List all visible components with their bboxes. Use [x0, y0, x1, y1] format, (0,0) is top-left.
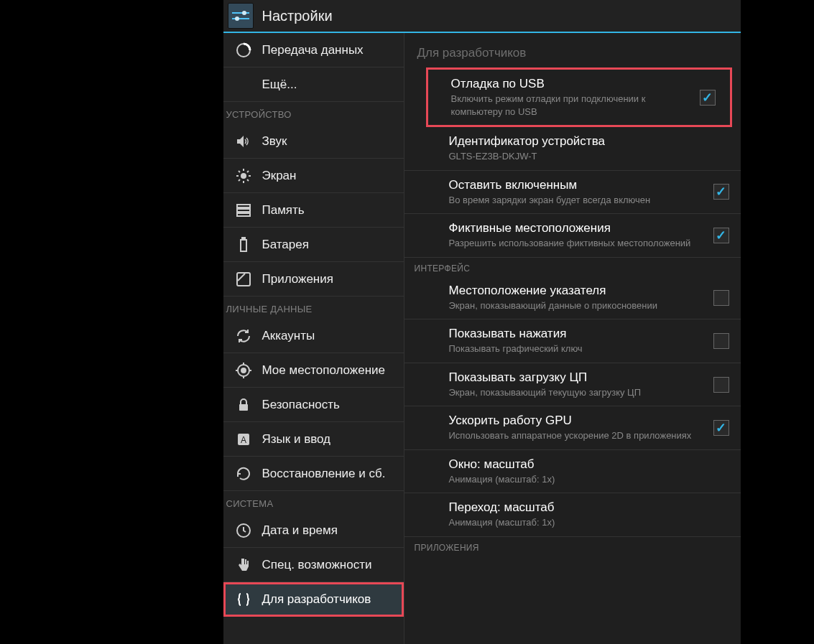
svg-rect-11 [237, 209, 250, 212]
checkbox[interactable] [713, 184, 729, 200]
checkbox[interactable] [713, 420, 729, 436]
sidebar-item-data-usage[interactable]: Передача данных [223, 33, 404, 67]
sidebar-item-developer[interactable]: Для разработчиков [223, 582, 404, 617]
pref-title: Показывать загрузку ЦП [449, 370, 705, 385]
hand-icon [233, 555, 254, 575]
sidebar-item-apps[interactable]: Приложения [223, 262, 404, 297]
pref-title: Отладка по USB [451, 77, 691, 91]
checkbox[interactable] [713, 333, 729, 349]
sidebar-item-label: Мое местоположение [262, 363, 386, 378]
pref-device-id[interactable]: Идентификатор устройства GLTS-EZ3B-DKJW-… [404, 127, 741, 171]
sidebar-item-label: Спец. возможности [262, 558, 372, 572]
page-title: Для разработчиков [404, 33, 741, 67]
settings-sidebar: Передача данных Ещё... УСТРОЙСТВО Звук Э… [223, 33, 404, 644]
checkbox[interactable] [713, 290, 729, 306]
sound-icon [233, 131, 254, 151]
pref-title: Местоположение указателя [449, 284, 705, 298]
pref-category-interface: ИНТЕРФЕЙС [404, 258, 741, 276]
highlight-usb-debugging: Отладка по USB Включить режим отладки пр… [426, 67, 732, 127]
pref-transition-scale[interactable]: Переход: масштаб Анимация (масштаб: 1x) [404, 493, 741, 537]
sync-icon [233, 326, 254, 346]
pref-summary: Анимация (масштаб: 1x) [449, 473, 721, 486]
lock-icon [233, 395, 254, 415]
sidebar-item-backup[interactable]: Восстановление и сб. [223, 457, 404, 491]
svg-line-7 [247, 179, 249, 181]
svg-rect-10 [237, 205, 250, 207]
clock-icon [233, 521, 254, 541]
pref-title: Фиктивные местоположения [449, 221, 705, 235]
sidebar-item-security[interactable]: Безопасность [223, 388, 404, 422]
pref-summary: Во время зарядки экран будет всегда вклю… [449, 194, 705, 207]
sidebar-item-label: Звук [262, 134, 287, 149]
sidebar-category-system: СИСТЕМА [223, 491, 404, 513]
sidebar-item-language[interactable]: A Язык и ввод [223, 422, 404, 457]
sidebar-item-location[interactable]: Мое местоположение [223, 353, 404, 388]
developer-options-pane: Для разработчиков Отладка по USB Включит… [404, 33, 741, 644]
sidebar-item-battery[interactable]: Батарея [223, 228, 404, 262]
sidebar-item-accounts[interactable]: Аккаунты [223, 319, 404, 353]
apps-icon [233, 269, 254, 289]
svg-rect-12 [237, 213, 250, 216]
pref-stay-awake[interactable]: Оставить включенным Во время зарядки экр… [404, 171, 741, 215]
sidebar-item-label: Язык и ввод [262, 432, 331, 447]
sidebar-item-datetime[interactable]: Дата и время [223, 513, 404, 548]
pref-show-cpu[interactable]: Показывать загрузку ЦП Экран, показывающ… [404, 363, 741, 407]
pref-title: Переход: масштаб [449, 500, 721, 515]
settings-icon [228, 3, 254, 29]
pref-summary: Анимация (масштаб: 1x) [449, 516, 721, 529]
pref-pointer-location[interactable]: Местоположение указателя Экран, показыва… [404, 276, 741, 320]
svg-rect-13 [241, 240, 246, 251]
sidebar-item-label: Ещё... [262, 78, 297, 92]
battery-icon [233, 235, 254, 255]
sidebar-item-display[interactable]: Экран [223, 159, 404, 193]
app-header: Настройки [223, 0, 741, 33]
sidebar-item-more[interactable]: Ещё... [223, 67, 404, 102]
pref-title: Идентификатор устройства [449, 134, 721, 149]
pref-title: Показывать нажатия [449, 327, 705, 341]
svg-line-9 [247, 171, 249, 172]
pref-title: Окно: масштаб [449, 457, 721, 472]
pref-summary: Использовать аппаратное ускорение 2D в п… [449, 429, 705, 442]
svg-line-6 [239, 171, 240, 172]
pref-summary: Экран, показывающий текущую загрузку ЦП [449, 386, 705, 399]
checkbox[interactable] [713, 377, 729, 393]
sidebar-item-label: Передача данных [262, 43, 364, 57]
sidebar-item-label: Для разработчиков [262, 592, 371, 607]
settings-window: Настройки Передача данных Ещё... УСТРОЙС… [223, 0, 741, 644]
sidebar-item-sound[interactable]: Звук [223, 124, 404, 159]
pref-summary: Разрешить использование фиктивных местоп… [449, 237, 705, 250]
sidebar-item-accessibility[interactable]: Спец. возможности [223, 548, 404, 582]
pref-usb-debugging[interactable]: Отладка по USB Включить режим отладки пр… [428, 70, 730, 125]
sidebar-item-label: Безопасность [262, 398, 340, 412]
sidebar-item-label: Приложения [262, 272, 333, 286]
sidebar-item-label: Аккаунты [262, 329, 315, 343]
pref-title: Ускорить работу GPU [449, 414, 705, 428]
braces-icon [233, 589, 254, 610]
backup-icon [233, 464, 254, 484]
svg-line-8 [239, 179, 240, 181]
storage-icon [233, 200, 254, 220]
sidebar-category-device: УСТРОЙСТВО [223, 102, 404, 124]
sidebar-item-label: Экран [262, 169, 297, 183]
pref-summary: Показывать графический ключ [449, 342, 705, 355]
sidebar-item-storage[interactable]: Память [223, 193, 404, 228]
data-usage-icon [233, 40, 254, 60]
sidebar-category-personal: ЛИЧНЫЕ ДАННЫЕ [223, 297, 404, 319]
pref-show-touches[interactable]: Показывать нажатия Показывать графически… [404, 319, 741, 363]
checkbox[interactable] [700, 90, 716, 106]
pref-summary: Включить режим отладки при подключении к… [451, 93, 691, 118]
pref-category-apps: ПРИЛОЖЕНИЯ [404, 537, 741, 556]
checkbox[interactable] [713, 228, 729, 243]
app-title: Настройки [262, 8, 333, 24]
pref-summary: Экран, показывающий данные о прикосновен… [449, 299, 705, 312]
pref-force-gpu[interactable]: Ускорить работу GPU Использовать аппарат… [404, 406, 741, 450]
pref-window-scale[interactable]: Окно: масштаб Анимация (масштаб: 1x) [404, 450, 741, 494]
language-icon: A [233, 429, 254, 449]
pref-title: Оставить включенным [449, 178, 705, 192]
sidebar-item-label: Восстановление и сб. [262, 467, 386, 481]
pref-mock-locations[interactable]: Фиктивные местоположения Разрешить испол… [404, 214, 741, 258]
sidebar-item-label: Дата и время [262, 523, 338, 538]
sidebar-item-label: Батарея [262, 238, 309, 252]
location-icon [233, 360, 254, 381]
svg-rect-22 [239, 404, 248, 411]
